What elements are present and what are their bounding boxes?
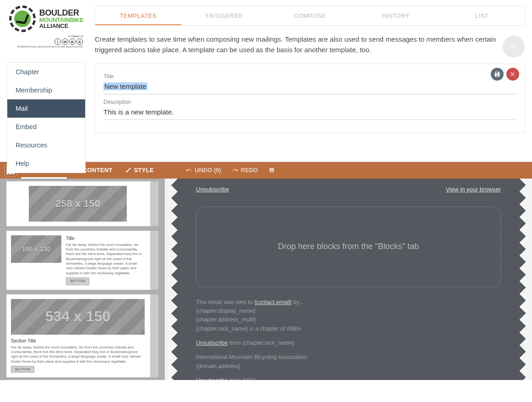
- logo-gear-icon: [9, 5, 36, 32]
- add-template-button[interactable]: +: [503, 36, 525, 58]
- main-sidebar: Chapter Membership Mail Embed Resources …: [7, 62, 86, 173]
- sidebar-item-resources[interactable]: Resources: [7, 136, 85, 154]
- tab-templates[interactable]: TEMPLATES: [95, 6, 181, 25]
- tab-list[interactable]: LIST: [439, 6, 525, 25]
- drag-handle[interactable]: [150, 231, 158, 290]
- block-image[interactable]: 258 x 150: [6, 181, 158, 226]
- sidebar-item-mail[interactable]: Mail: [7, 99, 85, 118]
- email-canvas: Unsubscribe View in your browser Drop he…: [165, 179, 532, 380]
- undo-button[interactable]: UNDO (0): [181, 167, 226, 174]
- mail-tabs: TEMPLATES TRIGGERED COMPOSE HISTORY LIST: [95, 5, 525, 26]
- imba-subtitle: INTERNATIONAL MOUNTAIN BICYCLING ASSOCIA…: [17, 45, 83, 48]
- block-image-text[interactable]: 166 x 130 Title Far far away, behind the…: [6, 231, 158, 290]
- close-icon: [510, 71, 516, 77]
- canvas-edge-left: [165, 179, 178, 380]
- redo-icon: [232, 167, 238, 173]
- block-button: BUTTON: [11, 366, 34, 373]
- sidebar-item-help[interactable]: Help: [7, 154, 85, 173]
- blocks-panel[interactable]: 258 x 150 166 x 130 Title Far far away, …: [0, 179, 165, 380]
- block-body: Far far away, behind the word mountains,…: [66, 243, 145, 276]
- drag-handle[interactable]: [150, 181, 158, 226]
- placeholder-image-icon: 166 x 130: [11, 235, 61, 263]
- email-footer: This email was sent to {contact.email} b…: [196, 298, 501, 380]
- title-input[interactable]: New template: [103, 80, 516, 94]
- block-hero[interactable]: 534 x 150 Section Title Far far away, be…: [6, 294, 158, 378]
- image-icon: [269, 167, 275, 173]
- email-editor: BLOCKS CONTENT STYLE UNDO (0) REDO: [0, 162, 532, 380]
- footer-unsubscribe-imba[interactable]: Unsubscribe: [196, 377, 228, 380]
- block-button: BUTTON: [66, 277, 89, 285]
- block-section-title: Section Title: [11, 338, 145, 343]
- tab-triggered[interactable]: TRIGGERED: [181, 6, 267, 25]
- save-icon: [494, 71, 500, 77]
- template-form: Title New template Description: [95, 64, 525, 133]
- preview-unsubscribe-link[interactable]: Unsubscribe: [196, 186, 229, 193]
- block-title: Title: [66, 235, 145, 241]
- imba-tagline: a chapter of: [17, 35, 83, 38]
- placeholder-image-icon: 258 x 150: [29, 186, 127, 222]
- placeholder-image-icon: 534 x 150: [11, 299, 145, 335]
- editor-tab-style[interactable]: STYLE: [120, 162, 159, 179]
- image-gallery-button[interactable]: [264, 167, 279, 173]
- title-label: Title: [103, 73, 516, 80]
- brush-icon: [125, 167, 131, 173]
- cancel-button[interactable]: [506, 68, 519, 81]
- brand-line1: BOULDER: [39, 9, 84, 17]
- plus-icon: +: [510, 39, 517, 54]
- redo-button[interactable]: REDO: [228, 167, 263, 174]
- sidebar-item-membership[interactable]: Membership: [7, 81, 85, 99]
- canvas-edge-right: [519, 179, 532, 380]
- description-input[interactable]: [103, 105, 516, 120]
- description-label: Description: [103, 99, 516, 105]
- drag-handle[interactable]: [150, 294, 158, 378]
- footer-contact-email[interactable]: {contact.email}: [254, 299, 292, 305]
- preview-view-browser-link[interactable]: View in your browser: [446, 186, 501, 193]
- footer-unsubscribe-chapter[interactable]: Unsubscribe: [196, 340, 228, 346]
- canvas-dropzone[interactable]: Drop here blocks from the "Blocks" tab: [196, 206, 501, 287]
- undo-icon: [186, 167, 192, 173]
- brand-line3: ALLIANCE: [39, 23, 84, 29]
- tab-compose[interactable]: COMPOSE: [267, 6, 353, 25]
- sidebar-item-chapter[interactable]: Chapter: [7, 63, 85, 81]
- templates-intro: Create templates to save time when compo…: [95, 34, 507, 55]
- sidebar-item-embed[interactable]: Embed: [7, 118, 85, 136]
- block-body: Far far away, behind the word mountains,…: [11, 345, 145, 364]
- imba-logo: I M B A: [17, 38, 83, 45]
- tab-history[interactable]: HISTORY: [353, 6, 439, 25]
- save-button[interactable]: [491, 68, 504, 81]
